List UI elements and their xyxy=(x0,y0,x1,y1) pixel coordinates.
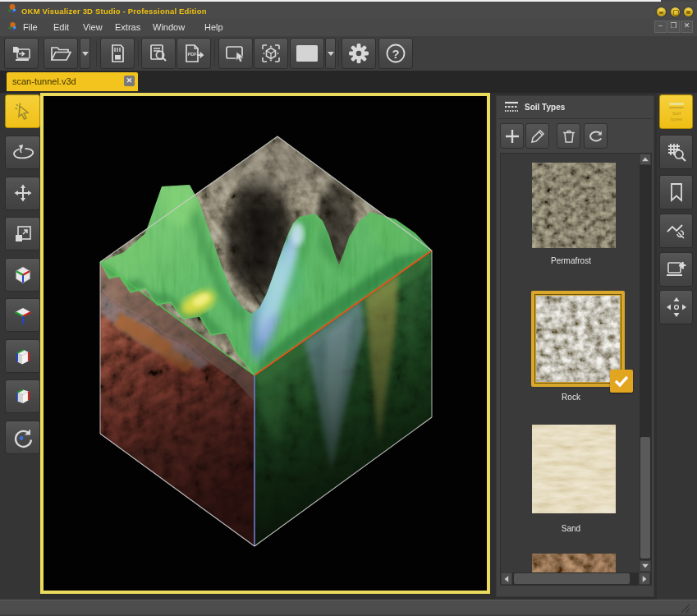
svg-text:Soil: Soil xyxy=(672,111,680,116)
svg-text:PDF: PDF xyxy=(188,52,198,57)
svg-text:types: types xyxy=(670,117,681,122)
svg-text:?: ? xyxy=(392,47,399,61)
